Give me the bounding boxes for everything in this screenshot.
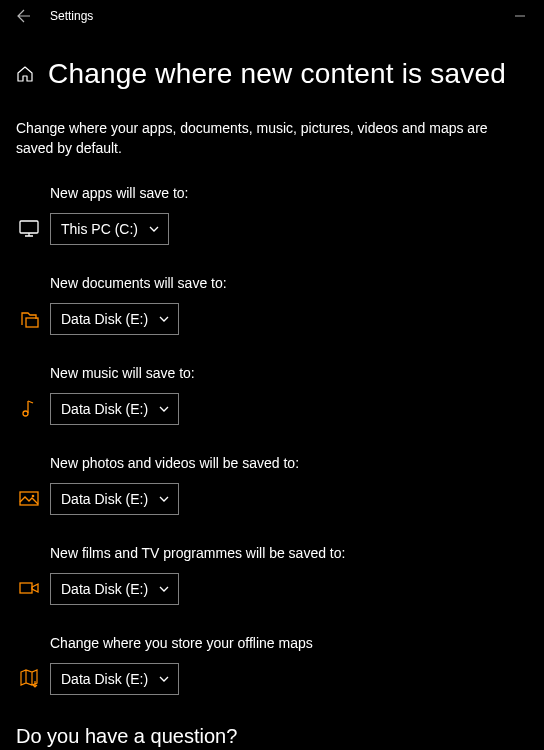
svg-rect-0: [20, 221, 38, 233]
setting-maps-value: Data Disk (E:): [61, 671, 148, 687]
setting-photos: New photos and videos will be saved to: …: [16, 455, 528, 515]
minimize-button[interactable]: [504, 0, 536, 32]
setting-films-dropdown[interactable]: Data Disk (E:): [50, 573, 179, 605]
maps-icon: [14, 663, 44, 693]
page-title: Change where new content is saved: [48, 58, 506, 90]
setting-apps: New apps will save to: This PC (C:): [16, 185, 528, 245]
setting-maps-dropdown[interactable]: Data Disk (E:): [50, 663, 179, 695]
chevron-down-icon: [158, 493, 170, 505]
photos-icon: [14, 483, 44, 513]
content-area: Change where new content is saved Change…: [0, 32, 544, 750]
setting-documents-value: Data Disk (E:): [61, 311, 148, 327]
chevron-down-icon: [158, 403, 170, 415]
settings-list: New apps will save to: This PC (C:) New …: [16, 185, 528, 695]
page-description: Change where your apps, documents, music…: [16, 118, 528, 159]
svg-rect-5: [20, 583, 32, 593]
setting-documents: New documents will save to: Data Disk (E…: [16, 275, 528, 335]
arrow-left-icon: [16, 8, 32, 24]
setting-music-value: Data Disk (E:): [61, 401, 148, 417]
setting-maps-label: Change where you store your offline maps: [50, 635, 528, 651]
window-title: Settings: [50, 9, 93, 23]
back-button[interactable]: [8, 0, 40, 32]
chevron-down-icon: [158, 583, 170, 595]
setting-documents-dropdown[interactable]: Data Disk (E:): [50, 303, 179, 335]
setting-music-dropdown[interactable]: Data Disk (E:): [50, 393, 179, 425]
setting-photos-label: New photos and videos will be saved to:: [50, 455, 528, 471]
documents-icon: [14, 303, 44, 333]
chevron-down-icon: [148, 223, 160, 235]
setting-apps-dropdown[interactable]: This PC (C:): [50, 213, 169, 245]
home-icon[interactable]: [16, 65, 34, 83]
setting-music-label: New music will save to:: [50, 365, 528, 381]
setting-apps-label: New apps will save to:: [50, 185, 528, 201]
svg-rect-1: [26, 318, 38, 327]
svg-point-4: [32, 494, 35, 497]
minimize-icon: [514, 10, 526, 22]
page-header: Change where new content is saved: [16, 58, 528, 90]
setting-films: New films and TV programmes will be save…: [16, 545, 528, 605]
apps-icon: [14, 213, 44, 243]
chevron-down-icon: [158, 673, 170, 685]
setting-photos-dropdown[interactable]: Data Disk (E:): [50, 483, 179, 515]
music-icon: [14, 393, 44, 423]
setting-apps-value: This PC (C:): [61, 221, 138, 237]
setting-films-value: Data Disk (E:): [61, 581, 148, 597]
chevron-down-icon: [158, 313, 170, 325]
setting-films-label: New films and TV programmes will be save…: [50, 545, 528, 561]
footer-question: Do you have a question?: [16, 725, 528, 748]
footer: Do you have a question? Get help: [16, 725, 528, 750]
films-icon: [14, 573, 44, 603]
setting-music: New music will save to: Data Disk (E:): [16, 365, 528, 425]
setting-maps: Change where you store your offline maps…: [16, 635, 528, 695]
setting-photos-value: Data Disk (E:): [61, 491, 148, 507]
titlebar: Settings: [0, 0, 544, 32]
setting-documents-label: New documents will save to:: [50, 275, 528, 291]
svg-point-2: [23, 411, 28, 416]
